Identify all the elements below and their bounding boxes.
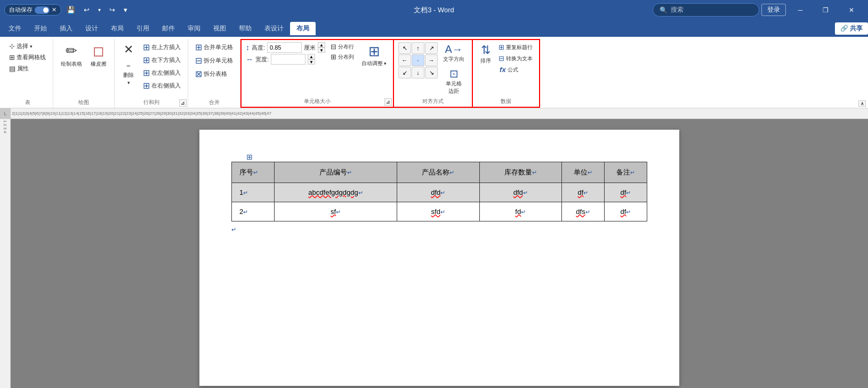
save-button[interactable]: 💾 (63, 5, 78, 15)
height-down-button[interactable]: ▼ (318, 47, 325, 53)
tab-mail[interactable]: 邮件 (156, 22, 181, 35)
auto-adjust-button[interactable]: ⊞ 自动调整 ▾ (359, 42, 389, 68)
cell-row2-col2[interactable]: sf↵ (275, 202, 397, 221)
split-table-button[interactable]: ⊠ 拆分表格 (192, 68, 236, 80)
height-input[interactable] (267, 42, 302, 53)
tab-review[interactable]: 审阅 (181, 22, 207, 35)
group-data-label: 数据 (477, 96, 535, 107)
split-cells-button[interactable]: ⊟ 拆分单元格 (192, 54, 236, 67)
table-move-handle[interactable]: ⊞ (246, 153, 253, 161)
insert-right-button[interactable]: ⊞ 在右侧插入 (140, 80, 183, 92)
header-cell-remark: 备注↵ (605, 162, 647, 183)
doc-title: 文档3 - Word (414, 6, 454, 14)
merge-cells-icon: ⊞ (195, 42, 202, 52)
cell-row2-col3[interactable]: sfd↵ (397, 202, 480, 221)
tab-table-layout[interactable]: 布局 (290, 22, 316, 35)
cell-row1-col4[interactable]: dfd↵ (479, 183, 562, 202)
distribute-cols-button[interactable]: ⊞ 分布列 (328, 52, 356, 61)
convert-text-button[interactable]: ⊟ 转换为文本 (496, 53, 535, 64)
table-row: 2↵ sf↵ sfd↵ fd↵ dfs↵ df↵ (232, 202, 647, 221)
close-button[interactable]: ✕ (839, 2, 864, 18)
ribbon-collapse-button[interactable]: ∧ (858, 100, 866, 107)
cell-row2-col4[interactable]: fd↵ (479, 202, 562, 221)
restore-button[interactable]: ❐ (814, 2, 838, 18)
align-middle-center-button[interactable]: · (412, 54, 424, 66)
tab-help[interactable]: 帮助 (232, 22, 258, 35)
text-direction-button[interactable]: A→ 文字方向 (440, 42, 468, 64)
convert-text-icon: ⊟ (499, 54, 504, 62)
insert-above-icon: ⊞ (143, 42, 150, 52)
draw-table-button[interactable]: ✏ 绘制表格 (58, 41, 85, 69)
insert-left-button[interactable]: ⊞ 在左侧插入 (140, 67, 183, 79)
minimize-button[interactable]: ─ (788, 2, 813, 18)
autosave-x-icon: ✕ (52, 6, 57, 13)
cell-row1-col2[interactable]: abcdfefgdgdgdg↵ (275, 183, 397, 202)
cell-size-expand-icon[interactable]: ⊿ (384, 98, 392, 106)
cell-row1-col5[interactable]: df↵ (562, 183, 605, 202)
tab-insert[interactable]: 插入 (53, 22, 79, 35)
autosave-toggle[interactable] (35, 6, 50, 14)
ruler: L 2|1|1|2|3|4|5|6|7|8|9|10|11|12|13|14|1… (0, 108, 868, 119)
select-button[interactable]: ⊹ 选择 ▾ (6, 41, 49, 51)
width-down-button[interactable]: ▼ (308, 59, 315, 65)
align-top-left-button[interactable]: ↖ (398, 42, 411, 54)
undo-dropdown-button[interactable]: ▾ (95, 6, 104, 14)
share-button[interactable]: 🔗 共享 (835, 22, 868, 35)
tab-design[interactable]: 设计 (79, 22, 105, 35)
tab-home[interactable]: 开始 (28, 22, 53, 35)
group-alignment-items: ↖ ↑ ↗ ← · → ↙ ↓ ↘ A→ 文字方向 ⊡ (398, 40, 468, 96)
undo-button[interactable]: ↩ (81, 5, 93, 15)
cell-row2-col5[interactable]: dfs↵ (562, 202, 605, 221)
group-rows-cols: ✕═ 删除 ▾ ⊞ 在上方插入 ⊞ 在下方插入 ⊞ 在左侧插入 (115, 39, 188, 108)
height-up-button[interactable]: ▲ (318, 42, 325, 47)
align-bottom-left-button[interactable]: ↙ (398, 67, 411, 78)
align-top-right-button[interactable]: ↗ (425, 42, 438, 54)
split-cells-icon: ⊟ (195, 56, 202, 66)
login-button[interactable]: 登录 (761, 4, 786, 16)
tab-view[interactable]: 视图 (207, 22, 232, 35)
align-bottom-right-button[interactable]: ↘ (425, 67, 438, 78)
rows-cols-expand-icon[interactable]: ⊿ (179, 99, 187, 107)
delete-button[interactable]: ✕═ 删除 ▾ (119, 41, 138, 87)
cell-row1-col6[interactable]: df↵ (605, 183, 647, 202)
cell-row2-col1[interactable]: 2↵ (232, 202, 275, 221)
cell-margin-button[interactable]: ⊡ 单元格边距 (440, 66, 468, 96)
tab-file[interactable]: 文件 (2, 22, 28, 35)
align-bottom-center-button[interactable]: ↓ (412, 67, 424, 78)
repeat-header-button[interactable]: ⊞ 重复标题行 (496, 42, 535, 52)
align-middle-left-button[interactable]: ← (398, 54, 411, 66)
search-box[interactable]: 🔍 搜索 (653, 3, 759, 17)
properties-button[interactable]: ▤ 属性 (6, 64, 49, 74)
group-rows-cols-label: 行和列 (119, 97, 183, 108)
ruler-left-margin: L (0, 108, 11, 118)
align-top-center-button[interactable]: ↑ (412, 42, 424, 54)
formula-button[interactable]: fx 公式 (496, 65, 535, 75)
tab-layout[interactable]: 布局 (105, 22, 130, 35)
doc-paragraph[interactable]: ↵ (231, 226, 647, 233)
select-dropdown-icon: ▾ (30, 44, 33, 49)
title-bar-center: 文档3 - Word (291, 5, 577, 15)
distribute-rows-button[interactable]: ⊟ 分布行 (328, 42, 356, 51)
align-middle-right-button[interactable]: → (425, 54, 438, 66)
header-cell-quantity: 库存数量↵ (479, 162, 562, 183)
width-input[interactable] (271, 54, 306, 65)
view-gridlines-button[interactable]: ⊞ 查看网格线 (6, 52, 49, 62)
customize-qat-button[interactable]: ▾ (120, 5, 131, 15)
merge-cells-button[interactable]: ⊞ 合并单元格 (192, 41, 236, 53)
tab-table-design[interactable]: 表设计 (258, 22, 290, 35)
ruler-margin-icon: L (4, 111, 6, 116)
width-label: 宽度: (255, 56, 269, 64)
insert-below-button[interactable]: ⊞ 在下方插入 (140, 54, 183, 66)
height-arrows-icon: ↕ (246, 43, 250, 52)
delete-icon: ✕═ (124, 43, 133, 70)
autosave-badge[interactable]: 自动保存 ✕ (4, 4, 61, 15)
eraser-button[interactable]: ◻ 橡皮擦 (87, 41, 110, 69)
cell-row1-col1[interactable]: 1↵ (232, 183, 275, 202)
cell-row2-col6[interactable]: df↵ (605, 202, 647, 221)
cell-row1-col3[interactable]: dfd↵ (397, 183, 480, 202)
tab-references[interactable]: 引用 (130, 22, 156, 35)
width-up-button[interactable]: ▲ (308, 54, 315, 59)
sort-button[interactable]: ⇅ 排序 (477, 42, 494, 66)
insert-above-button[interactable]: ⊞ 在上方插入 (140, 41, 183, 53)
redo-button[interactable]: ↪ (106, 5, 118, 15)
